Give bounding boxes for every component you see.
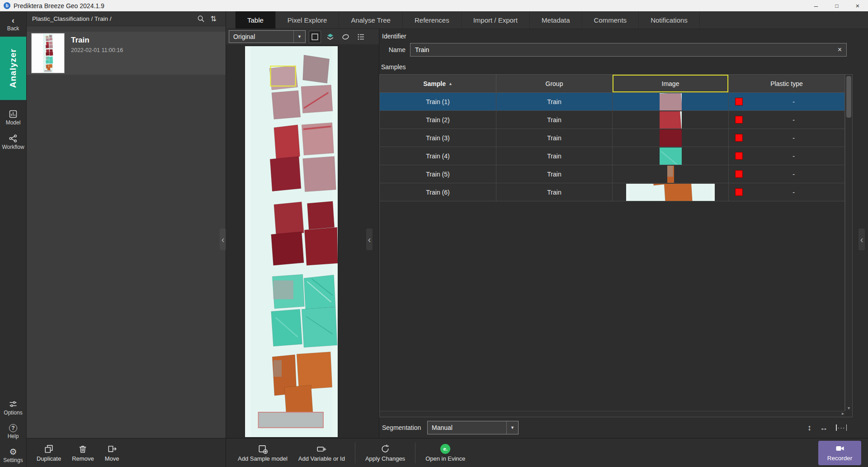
- table-row[interactable]: Train (4) Train -: [380, 147, 844, 165]
- fit-height-icon[interactable]: ↕: [807, 423, 811, 433]
- tab-pixel-explore[interactable]: Pixel Explore: [276, 11, 340, 29]
- settings-label: Settings: [3, 457, 23, 463]
- plastic-color-swatch[interactable]: [735, 116, 743, 124]
- segmentation-select[interactable]: Manual ▼: [427, 421, 519, 434]
- move-label: Move: [105, 455, 119, 462]
- apply-changes-button[interactable]: Apply Changes: [365, 444, 405, 462]
- image-cell: [613, 129, 729, 147]
- plastic-color-swatch[interactable]: [735, 188, 743, 196]
- plastic-type-cell: -: [729, 183, 844, 201]
- column-header-plastic-type[interactable]: Plastic type: [729, 75, 844, 92]
- sample-cell: Train (5): [380, 165, 496, 183]
- workflow-label: Workflow: [2, 144, 24, 150]
- app-icon: b: [4, 2, 10, 9]
- name-input[interactable]: Train ×: [410, 43, 847, 57]
- fit-controls: ↕ ↔ ···: [807, 423, 847, 433]
- sample-cell: Train (3): [380, 129, 496, 147]
- help-icon: ?: [9, 424, 17, 432]
- sample-thumbnail: [667, 166, 674, 183]
- sort-icon[interactable]: ⇅: [211, 14, 217, 23]
- horizontal-scrollbar[interactable]: ▸: [380, 411, 845, 417]
- tab-metadata[interactable]: Metadata: [530, 11, 582, 29]
- plastic-color-swatch[interactable]: [735, 98, 743, 105]
- sidebar-item-model[interactable]: Model: [6, 110, 21, 126]
- image-cell: [613, 183, 729, 201]
- image-mode-value: Original: [229, 33, 293, 40]
- add-sample-model-button[interactable]: Add Sample model: [238, 444, 288, 462]
- column-header-group[interactable]: Group: [496, 75, 613, 92]
- tab-references[interactable]: References: [403, 11, 462, 29]
- workflow-icon: [9, 134, 18, 143]
- table-row[interactable]: Train (2) Train -: [380, 111, 844, 129]
- scan-image[interactable]: [245, 46, 338, 437]
- sample-cell: Train (4): [380, 147, 496, 165]
- collapse-right-handle[interactable]: ‹: [859, 229, 865, 250]
- image-mode-select[interactable]: Original ▼: [229, 30, 306, 43]
- table-row[interactable]: Train (5) Train -: [380, 165, 844, 183]
- table-empty-area: [380, 201, 844, 417]
- table-header-row: Sample ▲ Group Image Plastic type: [380, 75, 844, 93]
- settings-button[interactable]: ⚙ Settings: [3, 448, 23, 463]
- open-evince-button[interactable]: e. Open in Evince: [425, 444, 465, 462]
- back-button[interactable]: ‹ Back: [7, 16, 19, 32]
- table-row[interactable]: Train (6) Train -: [380, 183, 844, 201]
- tab-notifications[interactable]: Notifications: [639, 11, 700, 29]
- plastic-type-value: -: [743, 134, 844, 142]
- plastic-color-swatch[interactable]: [735, 170, 743, 178]
- layers-button[interactable]: [324, 31, 336, 43]
- column-header-sample[interactable]: Sample ▲: [380, 75, 496, 92]
- remove-button[interactable]: Remove: [72, 444, 94, 462]
- vertical-scrollbar[interactable]: ▾: [845, 75, 852, 411]
- sort-ascending-icon: ▲: [448, 81, 453, 86]
- add-variable-button[interactable]: Add Variable or Id: [298, 444, 345, 462]
- plastic-type-value: -: [743, 189, 844, 196]
- viewer-canvas[interactable]: [226, 44, 379, 438]
- list-item-train[interactable]: Train 2022-02-01 11:00:16: [27, 32, 226, 75]
- table-row[interactable]: Train (1) Train -: [380, 93, 844, 111]
- plastic-type-value: -: [743, 152, 844, 160]
- plastic-color-swatch[interactable]: [735, 134, 743, 142]
- collapse-browser-handle[interactable]: ‹: [220, 229, 226, 250]
- options-button[interactable]: Options: [4, 400, 22, 416]
- samples-table: Sample ▲ Group Image Plastic type Train …: [379, 74, 853, 417]
- tab-comments[interactable]: Comments: [582, 11, 639, 29]
- model-icon: [9, 110, 18, 119]
- add-variable-icon: [316, 444, 326, 454]
- scrollbar-thumb[interactable]: [846, 76, 851, 118]
- apply-changes-label: Apply Changes: [365, 455, 405, 462]
- tab-table[interactable]: Table: [235, 11, 276, 29]
- scroll-right-icon[interactable]: ▸: [842, 411, 844, 416]
- duplicate-button[interactable]: Duplicate: [37, 444, 61, 462]
- search-icon[interactable]: [197, 14, 205, 23]
- samples-section-label: Samples: [381, 63, 868, 71]
- group-cell: Train: [496, 165, 613, 183]
- breadcrumb[interactable]: Plastic_Classification / Train /: [32, 15, 112, 22]
- fit-width-icon[interactable]: ↔: [820, 423, 828, 433]
- collapse-viewer-handle[interactable]: ‹: [366, 229, 373, 250]
- contour-button[interactable]: [340, 31, 352, 43]
- minimize-button[interactable]: –: [806, 0, 826, 11]
- scroll-down-icon[interactable]: ▾: [845, 405, 852, 410]
- identifier-section-label: Identifier: [382, 33, 868, 40]
- sidebar-item-workflow[interactable]: Workflow: [2, 134, 24, 150]
- clear-name-icon[interactable]: ×: [834, 46, 842, 54]
- add-sample-model-label: Add Sample model: [238, 455, 288, 462]
- plastic-color-swatch[interactable]: [735, 152, 743, 160]
- layers-icon: [326, 33, 335, 41]
- list-view-button[interactable]: [355, 31, 367, 43]
- maximize-button[interactable]: □: [826, 0, 847, 11]
- column-width-icon[interactable]: ···: [836, 424, 847, 431]
- content-actions-bar: Add Sample model Add Variable or Id: [226, 438, 868, 467]
- tab-analyse-tree[interactable]: Analyse Tree: [339, 11, 403, 29]
- recorder-button[interactable]: Recorder: [818, 441, 861, 465]
- move-button[interactable]: Move: [105, 444, 119, 462]
- help-button[interactable]: ? Help: [8, 424, 19, 439]
- select-region-button[interactable]: [309, 31, 321, 43]
- close-button[interactable]: ×: [847, 0, 868, 11]
- table-row[interactable]: Train (3) Train -: [380, 129, 844, 147]
- plastic-type-value: -: [743, 171, 844, 178]
- column-header-image[interactable]: Image: [613, 75, 729, 92]
- tab-import-export[interactable]: Import / Export: [462, 11, 530, 29]
- plastic-type-cell: -: [729, 165, 844, 183]
- chevron-down-icon: ▼: [293, 31, 305, 43]
